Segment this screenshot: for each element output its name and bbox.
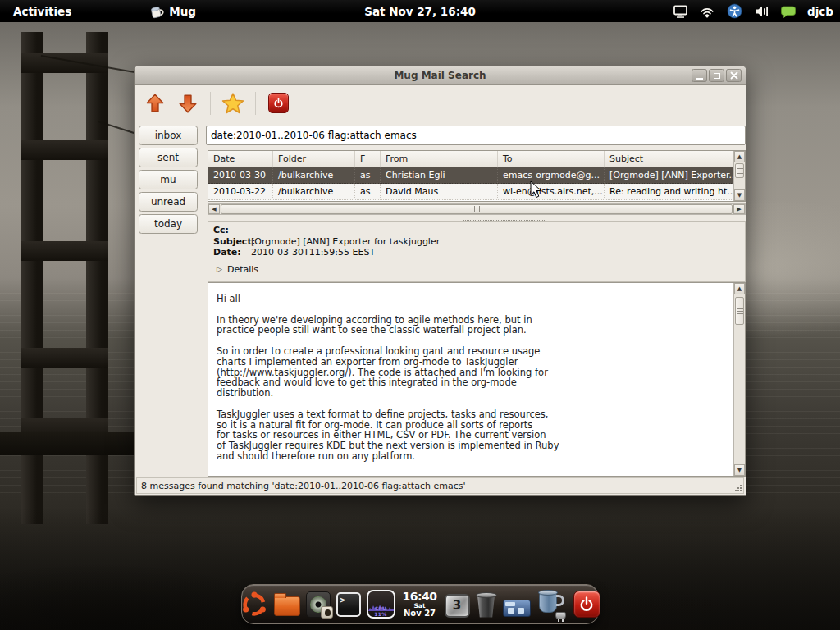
close-button[interactable] [726, 69, 742, 82]
shutdown-button[interactable] [573, 587, 600, 623]
display-icon[interactable] [672, 3, 688, 20]
scrollbar-thumb[interactable] [221, 204, 733, 214]
media-burner-launcher[interactable] [306, 587, 331, 623]
message-row[interactable]: 2010-03-22 /bulkarchive as David Maus wl… [208, 184, 733, 200]
resize-grip[interactable] [734, 484, 742, 492]
panel-clock[interactable]: Sat Nov 27, 16:40 [364, 5, 476, 18]
toolbar-separator [210, 92, 211, 115]
mug-mail-search-window: Mug Mail Search [134, 66, 746, 496]
message-list-scrollbar[interactable]: ▲ ▼ [733, 151, 745, 201]
flag-message-button[interactable] [219, 89, 247, 117]
sidebar-label: unread [151, 196, 185, 208]
arrow-up-icon [144, 93, 166, 114]
terminal-icon: >_ [336, 592, 361, 617]
scroll-down-icon[interactable]: ▼ [734, 464, 745, 476]
close-icon [730, 71, 738, 80]
column-header-to[interactable]: To [498, 151, 605, 167]
message-body-text: Hi all In theory we're developing accord… [208, 283, 733, 476]
dock-clock-day: Sat [413, 603, 425, 609]
app-menu-label: Mug [169, 5, 196, 18]
trash-launcher[interactable] [476, 587, 497, 623]
maximize-button[interactable] [709, 69, 724, 82]
mouse-cursor [530, 180, 542, 202]
previous-message-button[interactable] [141, 89, 169, 117]
column-header-folder[interactable]: Folder [273, 151, 355, 167]
sidebar-item-sent[interactable]: sent [139, 148, 198, 167]
column-header-date[interactable]: Date [208, 151, 273, 167]
mug-app-icon [148, 3, 165, 20]
cell-folder: /bulkarchive [273, 184, 355, 199]
scroll-left-icon[interactable]: ◀ [208, 204, 220, 214]
column-header-from[interactable]: From [381, 151, 498, 167]
top-panel: Activities Mug Sat Nov 27, 16:40 [0, 0, 840, 22]
cell-from: David Maus [381, 184, 498, 199]
minimize-icon [696, 78, 703, 80]
cell-flags: as [355, 184, 381, 199]
window-title: Mug Mail Search [394, 70, 486, 81]
bridge-deck [0, 432, 146, 455]
message-list: Date Folder F From To Subject 2010-03-30… [208, 150, 746, 202]
activities-button[interactable]: Activities [0, 5, 84, 18]
app-menu[interactable]: Mug [148, 3, 196, 20]
workspace-switcher[interactable] [503, 587, 531, 623]
scroll-up-icon[interactable]: ▲ [734, 283, 745, 294]
clock-applet[interactable]: 16:40 Sat Nov 27 [401, 587, 439, 623]
chat-icon[interactable] [780, 3, 797, 20]
subject-label: Subject: [213, 236, 251, 248]
cell-folder: /bulkarchive [273, 167, 355, 183]
accessibility-icon[interactable] [726, 3, 742, 20]
scroll-down-icon[interactable]: ▼ [734, 189, 745, 201]
sidebar-item-unread[interactable]: unread [139, 192, 198, 212]
search-input[interactable] [206, 126, 746, 145]
disc-burner-icon [306, 591, 331, 618]
toolbar-separator [255, 92, 256, 115]
user-menu[interactable]: djcb [807, 5, 833, 18]
window-titlebar[interactable]: Mug Mail Search [135, 66, 746, 85]
calendar-applet[interactable]: 3 [445, 587, 470, 623]
star-icon [221, 91, 245, 116]
date-value: 2010-03-30T11:59:55 EEST [251, 247, 375, 258]
desktop: Activities Mug Sat Nov 27, 16:40 [0, 0, 840, 630]
horizontal-scrollbar[interactable]: ◀ ▶ [208, 203, 746, 215]
minimize-button[interactable] [692, 69, 707, 82]
cell-from: Christian Egli [381, 167, 498, 183]
next-message-button[interactable] [174, 89, 202, 117]
status-bar: 8 messages found matching 'date:2010-01.… [136, 477, 744, 494]
sidebar-item-mu[interactable]: mu [139, 170, 198, 189]
scroll-right-icon[interactable]: ▶ [733, 204, 745, 214]
column-header-subject[interactable]: Subject [605, 151, 733, 167]
ubuntu-logo-icon [240, 591, 268, 619]
wifi-icon[interactable] [699, 3, 715, 20]
volume-icon[interactable] [753, 3, 769, 20]
scrollbar-thumb[interactable] [735, 297, 744, 325]
cc-label: Cc: [213, 225, 251, 236]
cell-to: emacs-orgmode@g... [498, 167, 605, 183]
calendar-day: 3 [453, 598, 461, 613]
cell-subject: [Orgmode] [ANN] Exporter.. [605, 167, 733, 183]
message-list-header: Date Folder F From To Subject [208, 151, 733, 167]
folder-icon [274, 596, 300, 616]
message-body-scrollbar[interactable]: ▲ ▼ [733, 283, 745, 476]
sidebar-label: mu [160, 174, 176, 185]
cpu-monitor-applet[interactable]: CPU 11% [367, 587, 395, 623]
toolbar [135, 85, 746, 121]
backup-utility-launcher[interactable] [536, 587, 568, 623]
message-row-selected[interactable]: 2010-03-30 /bulkarchive as Christian Egl… [208, 167, 733, 184]
scrollbar-thumb[interactable] [735, 163, 744, 178]
cell-date: 2010-03-30 [208, 167, 273, 183]
quit-button[interactable] [264, 89, 292, 117]
cell-date: 2010-03-22 [208, 184, 273, 199]
cell-to: wl-en@lists.airs.net,... [498, 184, 605, 199]
ubuntu-launcher[interactable] [240, 587, 268, 623]
sidebar-item-inbox[interactable]: inbox [139, 126, 198, 145]
column-header-flags[interactable]: F [355, 151, 381, 167]
workspace-switcher-icon [503, 600, 531, 617]
file-manager-launcher[interactable] [274, 587, 300, 623]
details-expander[interactable]: ▷ Details [217, 264, 745, 275]
sidebar-item-today[interactable]: today [139, 214, 198, 234]
calendar-icon: 3 [445, 594, 470, 618]
sidebar-label: inbox [155, 130, 182, 141]
scroll-up-icon[interactable]: ▲ [734, 151, 745, 162]
pane-splitter-handle[interactable] [463, 217, 545, 221]
terminal-launcher[interactable]: >_ [336, 587, 361, 623]
